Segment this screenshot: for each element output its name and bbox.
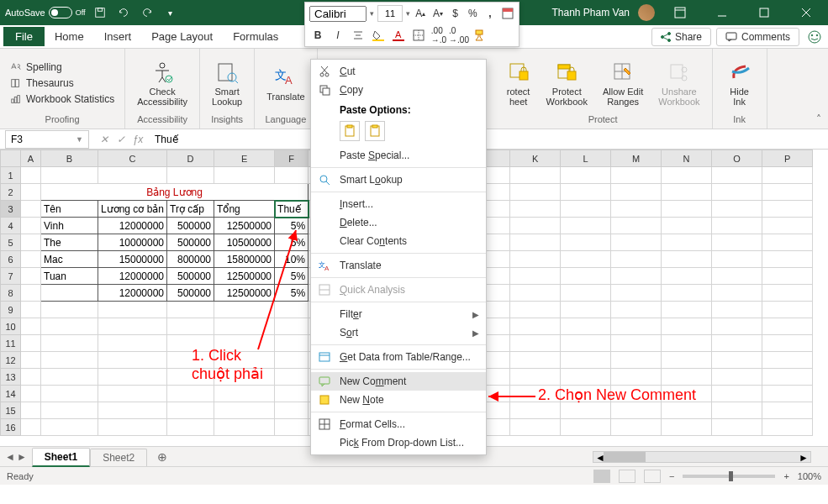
cell-K11[interactable] — [510, 335, 561, 352]
cell-N10[interactable] — [662, 318, 712, 335]
tab-page-layout[interactable]: Page Layout — [141, 27, 223, 46]
italic-icon[interactable]: I — [330, 27, 346, 44]
cell-N4[interactable] — [662, 218, 712, 234]
cell-C13[interactable] — [98, 369, 167, 386]
cell-M5[interactable] — [611, 234, 662, 251]
format-painter-icon[interactable] — [471, 27, 488, 44]
cell-F10[interactable] — [275, 318, 309, 335]
ctx-smart-lookup[interactable]: Smart Lookup — [311, 171, 486, 189]
cell-E9[interactable] — [214, 302, 275, 318]
data-cell[interactable]: 500000 — [167, 218, 214, 234]
cell-A12[interactable] — [21, 352, 41, 369]
cell-L16[interactable] — [561, 419, 611, 436]
cell-P10[interactable] — [762, 318, 813, 335]
col-header-O[interactable]: O — [712, 150, 762, 167]
cell-O15[interactable] — [712, 402, 762, 419]
sheet-tab-sheet2[interactable]: Sheet2 — [90, 449, 147, 466]
close-icon[interactable] — [789, 0, 823, 25]
cell-E10[interactable] — [214, 318, 275, 335]
cell-F11[interactable] — [275, 335, 309, 352]
cell-P16[interactable] — [762, 419, 813, 436]
hide-ink-button[interactable]: Hide Ink — [720, 56, 760, 110]
cell-L5[interactable] — [561, 234, 611, 251]
cell-F14[interactable] — [275, 386, 309, 402]
cell-M7[interactable] — [611, 268, 662, 285]
header-cell[interactable]: Tổng — [214, 201, 275, 218]
cell-C12[interactable] — [98, 352, 167, 369]
cell-D1[interactable] — [167, 167, 214, 184]
cell-D9[interactable] — [167, 302, 214, 318]
decrease-decimal-icon[interactable]: .00→.0 — [430, 27, 447, 44]
cell-K7[interactable] — [510, 268, 561, 285]
cell-K1[interactable] — [510, 167, 561, 184]
row-header-9[interactable]: 9 — [1, 302, 21, 318]
comma-format-icon[interactable]: , — [483, 5, 498, 22]
cell-O14[interactable] — [712, 386, 762, 402]
cell-L9[interactable] — [561, 302, 611, 318]
cell-E16[interactable] — [214, 419, 275, 436]
tab-home[interactable]: Home — [45, 27, 94, 46]
cell-N3[interactable] — [662, 201, 712, 218]
cell-P9[interactable] — [762, 302, 813, 318]
cell-P15[interactable] — [762, 402, 813, 419]
cell-B16[interactable] — [41, 419, 98, 436]
horizontal-scrollbar[interactable]: ◄► — [172, 451, 828, 463]
cell-O10[interactable] — [712, 318, 762, 335]
cell-K13[interactable] — [510, 369, 561, 386]
cell-N8[interactable] — [662, 285, 712, 302]
cell-A16[interactable] — [21, 419, 41, 436]
cell-M12[interactable] — [611, 352, 662, 369]
bold-icon[interactable]: B — [309, 27, 326, 44]
cell-E14[interactable] — [214, 386, 275, 402]
cell-K4[interactable] — [510, 218, 561, 234]
data-cell[interactable]: 15000000 — [98, 251, 167, 268]
cell-B10[interactable] — [41, 318, 98, 335]
accept-formula-icon[interactable]: ✓ — [114, 134, 128, 145]
cell-A2[interactable] — [21, 184, 41, 201]
header-cell[interactable]: Trợ cấp — [167, 201, 214, 218]
cell-A13[interactable] — [21, 369, 41, 386]
cell-M11[interactable] — [611, 335, 662, 352]
view-page-layout-icon[interactable] — [619, 470, 636, 483]
data-cell[interactable]: 12500000 — [214, 268, 275, 285]
cell-A3[interactable] — [21, 201, 41, 218]
cell-P7[interactable] — [762, 268, 813, 285]
view-normal-icon[interactable] — [593, 470, 610, 483]
cell-M6[interactable] — [611, 251, 662, 268]
cell-D15[interactable] — [167, 402, 214, 419]
tab-nav-next-icon[interactable]: ► — [17, 451, 27, 463]
cell-N5[interactable] — [662, 234, 712, 251]
row-header-16[interactable]: 16 — [1, 419, 21, 436]
row-header-5[interactable]: 5 — [1, 234, 21, 251]
cell-P2[interactable] — [762, 184, 813, 201]
cell-A7[interactable] — [21, 268, 41, 285]
decrease-font-icon[interactable]: A▾ — [431, 5, 446, 22]
font-size-input[interactable] — [377, 5, 403, 22]
cell-N15[interactable] — [662, 402, 712, 419]
cell-L4[interactable] — [561, 218, 611, 234]
cell-M13[interactable] — [611, 369, 662, 386]
cell-A4[interactable] — [21, 218, 41, 234]
data-cell[interactable]: 5% — [275, 234, 309, 251]
data-cell[interactable]: 12000000 — [98, 285, 167, 302]
data-cell[interactable]: Tuan — [41, 268, 98, 285]
cell-F12[interactable] — [275, 352, 309, 369]
collapse-ribbon-icon[interactable]: ˄ — [810, 110, 828, 129]
smart-lookup-button[interactable]: Smart Lookup — [207, 56, 247, 110]
data-cell[interactable]: 12500000 — [214, 218, 275, 234]
cell-A8[interactable] — [21, 285, 41, 302]
data-cell[interactable]: 12000000 — [98, 268, 167, 285]
fx-icon[interactable]: ƒx — [131, 134, 145, 145]
row-header-8[interactable]: 8 — [1, 285, 21, 302]
redo-icon[interactable] — [138, 3, 156, 22]
zoom-out-icon[interactable]: − — [669, 471, 674, 481]
cell-N11[interactable] — [662, 335, 712, 352]
avatar[interactable] — [638, 4, 655, 21]
ctx-new-comment[interactable]: New Comment — [311, 372, 486, 391]
font-name-input[interactable] — [309, 6, 367, 22]
cell-L1[interactable] — [561, 167, 611, 184]
cell-P6[interactable] — [762, 251, 813, 268]
cell-N16[interactable] — [662, 419, 712, 436]
undo-icon[interactable] — [114, 3, 133, 22]
cell-L3[interactable] — [561, 201, 611, 218]
